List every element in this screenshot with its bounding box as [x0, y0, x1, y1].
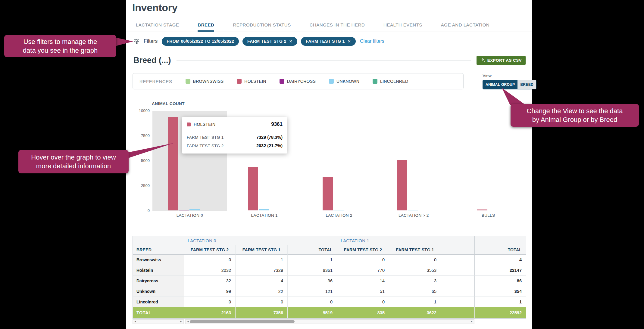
bar-unknown-lactation-1[interactable]	[259, 209, 269, 210]
table-cell-holstein-c0: 2032	[184, 265, 236, 276]
table-cell-dairycross-c0: 32	[184, 276, 236, 286]
callout-view-tip: Change the View to see the data by Anima…	[511, 104, 639, 127]
column-header-farm-test-stg-2-l0: FARM TEST STG 2	[184, 245, 236, 255]
table-cell-holstein-c1: 7329	[236, 265, 288, 276]
scroll-left-icon[interactable]: ◄	[133, 321, 138, 323]
table-cell-dairycross-grand-total: 86	[475, 276, 526, 286]
legend-swatch	[329, 79, 334, 84]
page-title: Inventory	[132, 2, 177, 14]
tooltip-series-swatch	[187, 123, 191, 126]
table-cell-brownswiss-c3: 0	[337, 255, 389, 265]
table-total-row-c0: 2163	[184, 307, 236, 318]
tab-age-and-lactation[interactable]: AGE AND LACTATION	[441, 19, 489, 32]
chart-y-axis-title: ANIMAL COUNT	[152, 101, 185, 106]
x-axis-label-bulls: BULLS	[451, 213, 526, 218]
legend-item-dairycross: DAIRYCROSS	[280, 79, 316, 84]
y-tick-label: 2500	[128, 183, 150, 188]
tab-changes-in-the-herd[interactable]: CHANGES IN THE HERD	[310, 19, 365, 32]
table-scrollbar-main[interactable]: ◄ ►	[185, 319, 474, 324]
scrollbar-thumb[interactable]	[190, 320, 295, 323]
bar-holstein-lactation-2[interactable]	[323, 177, 333, 210]
tooltip-row-label: FARM TEST STG 2	[187, 144, 224, 148]
filters-label[interactable]: Filters	[144, 38, 158, 44]
table-row-breed-dairycross: Dairycross	[133, 276, 184, 286]
clear-filters-link[interactable]: Clear filters	[360, 39, 384, 44]
legend-swatch	[373, 79, 377, 84]
view-switcher: View ANIMAL GROUPBREED	[483, 73, 536, 89]
filter-chips: FROM 06/05/2022 TO 12/05/2022FARM TEST S…	[162, 37, 356, 46]
bar-holstein-lactation-1[interactable]	[248, 167, 258, 210]
table-cell-unknown-c1: 22	[236, 286, 288, 297]
filter-chip-label: FARM TEST STG 2	[247, 39, 286, 44]
scroll-right-icon[interactable]: ►	[469, 321, 474, 323]
table-row-breed-holstein: Holstein	[133, 265, 184, 276]
column-header-grand-total: TOTAL	[475, 245, 526, 255]
x-axis-label-lactation-1: LACTATION 1	[227, 213, 302, 218]
filter-chip-label: FARM TEST STG 1	[306, 39, 345, 44]
tab-breed[interactable]: BREED	[198, 19, 214, 32]
table-cell-unknown-c5	[441, 286, 475, 297]
filter-chip-farm-test-stg-2[interactable]: FARM TEST STG 2✕	[242, 37, 297, 46]
table-row-breed-brownswiss: Brownswiss	[133, 255, 184, 265]
legend-item-unknown: UNKNOWN	[329, 79, 359, 84]
tab-lactation-stage[interactable]: LACTATION STAGE	[136, 19, 179, 32]
table-cell-lincolnred-c2: 0	[288, 297, 337, 307]
table-cell-brownswiss-c1: 1	[236, 255, 288, 265]
column-header-farm-test-stg-1-l1: FARM TEST STG 1	[389, 245, 441, 255]
tutorial-overlay-background: Inventory LACTATION STAGEBREEDREPRODUCTI…	[0, 0, 644, 329]
table-cell-dairycross-c4: 3	[389, 276, 441, 286]
table-total-row-grand-total: 22592	[475, 307, 526, 318]
bar-unknown-lactation-2[interactable]	[333, 210, 344, 210]
column-header-total-l0: TOTAL	[288, 245, 337, 255]
inventory-app-window: Inventory LACTATION STAGEBREEDREPRODUCTI…	[126, 0, 532, 329]
table-cell-unknown-grand-total: 354	[475, 286, 526, 297]
table-cell-holstein-c3: 770	[337, 265, 389, 276]
table-cell-lincolnred-c1: 0	[236, 297, 288, 307]
bar-unknown-lactation-2[interactable]	[408, 210, 418, 210]
tooltip-header: HOLSTEIN 9361	[182, 117, 287, 131]
filters-icon[interactable]	[133, 38, 139, 44]
table-scrollbar-left[interactable]: ◄ ►	[133, 319, 184, 324]
table-cell-brownswiss-c0: 0	[184, 255, 236, 265]
tab-reproduction-status[interactable]: REPRODUCTION STATUS	[233, 19, 291, 32]
table-cell-dairycross-c3: 14	[337, 276, 389, 286]
section-title: Breed (...)	[133, 56, 171, 65]
x-axis-label-lactation-2: LACTATION 2	[302, 213, 377, 218]
x-axis-label-lactation-2: LACTATION > 2	[376, 213, 451, 218]
table-total-row-label: TOTAL	[133, 307, 184, 318]
chip-close-icon[interactable]: ✕	[348, 39, 351, 44]
export-icon	[480, 58, 485, 63]
table-cell-holstein-grand-total: 22147	[475, 265, 526, 276]
bar-holstein-lactation-0[interactable]	[168, 117, 178, 210]
legend-label: HOLSTEIN	[244, 79, 266, 84]
scroll-right-icon[interactable]: ►	[179, 321, 183, 323]
chart-tooltip: HOLSTEIN 9361 FARM TEST STG 17329 (78.3%…	[182, 117, 287, 154]
bar-dairycross-lactation-0[interactable]	[179, 210, 189, 210]
clipped-header-text: TOTAL	[441, 247, 475, 252]
view-option-animal-group[interactable]: ANIMAL GROUP	[483, 80, 517, 89]
view-label: View	[483, 73, 536, 78]
filters-row: Filters FROM 06/05/2022 TO 12/05/2022FAR…	[133, 36, 384, 46]
legend-label: BROWNSWISS	[193, 79, 224, 84]
export-csv-button[interactable]: EXPORT AS CSV	[477, 56, 526, 65]
table-cell-unknown-c3: 51	[337, 286, 389, 297]
legend-label: DAIRYCROSS	[287, 79, 316, 84]
filter-chip-from-06-05-2022-to-12-05-2022[interactable]: FROM 06/05/2022 TO 12/05/2022	[162, 37, 239, 46]
y-tick-label: 0	[128, 208, 150, 213]
table-cell-dairycross-c1: 4	[236, 276, 288, 286]
tooltip-row: FARM TEST STG 17329 (78.3%)	[182, 133, 287, 141]
table-cell-lincolnred-grand-total: 1	[475, 297, 526, 307]
callout-filters-tip: Use filters to manage the data you see i…	[4, 35, 116, 57]
legend-item-lincolnred: LINCOLNRED	[373, 79, 408, 84]
column-header-farm-test-stg-1-l0: FARM TEST STG 1	[236, 245, 288, 255]
tab-health-events[interactable]: HEALTH EVENTS	[383, 19, 422, 32]
view-option-breed[interactable]: BREED	[517, 80, 536, 89]
legend-swatch	[186, 79, 190, 84]
bar-holstein-lactation-2[interactable]	[397, 160, 407, 210]
filter-chip-farm-test-stg-1[interactable]: FARM TEST STG 1✕	[301, 37, 356, 46]
gridline	[152, 111, 526, 111]
chip-close-icon[interactable]: ✕	[289, 39, 292, 44]
bar-unknown-lactation-0[interactable]	[189, 209, 200, 210]
bar-holstein-bulls[interactable]	[477, 210, 487, 210]
section-header: Breed (...) EXPORT AS CSV	[133, 55, 526, 66]
